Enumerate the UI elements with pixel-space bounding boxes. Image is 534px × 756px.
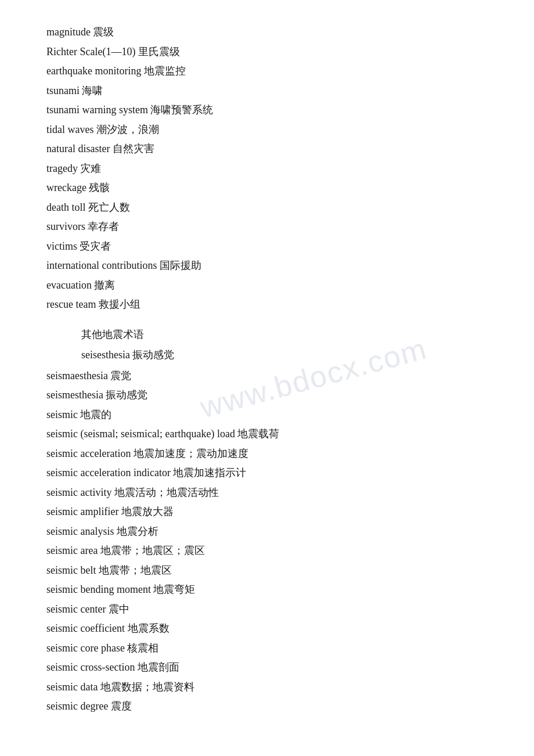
term-line: tsunami warning system 海啸预警系统: [46, 101, 488, 120]
seismic-term-line: seismic core phase 核震相: [46, 639, 488, 658]
seismic-term-line: seismic cross-section 地震剖面: [46, 658, 488, 677]
seismic-term-line: seismic data 地震数据；地震资料: [46, 678, 488, 697]
term-line: wreckage 残骸: [46, 179, 488, 197]
seismic-term-line: seismic coefficient 地震系数: [46, 620, 488, 638]
term-line: earthquake monitoring 地震监控: [46, 62, 488, 81]
term-line: death toll 死亡人数: [46, 199, 488, 217]
seismic-term-line: seismic center 震中: [46, 600, 488, 619]
term-line: natural disaster 自然灾害: [46, 140, 488, 159]
terms-list: magnitude 震级Richter Scale(1—10) 里氏震级eart…: [46, 23, 488, 314]
term-line: Richter Scale(1—10) 里氏震级: [46, 43, 488, 62]
seismic-terms-list: seismaesthesia 震觉seismesthesia 振动感觉seism…: [46, 367, 488, 716]
seismic-term-line: seismesthesia 振动感觉: [46, 386, 488, 405]
term-line: magnitude 震级: [46, 23, 488, 42]
section-header: 其他地震术语: [46, 326, 488, 344]
seismic-term-line: seismic 地震的: [46, 406, 488, 424]
term-line: survivors 幸存者: [46, 218, 488, 236]
seismic-term-line: seismic (seismal; seismical; earthquake)…: [46, 425, 488, 444]
seismic-term-line: seismic area 地震带；地震区；震区: [46, 542, 488, 560]
term-line: international contributions 国际援助: [46, 257, 488, 275]
term-line: evacuation 撤离: [46, 276, 488, 295]
term-line: tragedy 灾难: [46, 160, 488, 178]
seismic-term-line: seismic analysis 地震分析: [46, 523, 488, 541]
seismic-term-line: seismaesthesia 震觉: [46, 367, 488, 386]
seismic-term-line: seismic acceleration 地震加速度；震动加速度: [46, 445, 488, 463]
seismic-term-line: seismic acceleration indicator 地震加速指示计: [46, 464, 488, 483]
term-line: tidal waves 潮汐波，浪潮: [46, 121, 488, 139]
seismic-term-line: seismic belt 地震带；地震区: [46, 561, 488, 580]
term-line: rescue team 救援小组: [46, 296, 488, 314]
content-area: magnitude 震级Richter Scale(1—10) 里氏震级eart…: [46, 23, 488, 716]
term-line: tsunami 海啸: [46, 82, 488, 100]
seismic-term-line: seismic degree 震度: [46, 697, 488, 716]
subsection-term: seisesthesia 振动感觉: [46, 346, 488, 365]
seismic-term-line: seismic bending moment 地震弯矩: [46, 581, 488, 599]
seismic-term-line: seismic activity 地震活动；地震活动性: [46, 484, 488, 502]
term-line: victims 受灾者: [46, 237, 488, 256]
seismic-term-line: seismic amplifier 地震放大器: [46, 503, 488, 521]
